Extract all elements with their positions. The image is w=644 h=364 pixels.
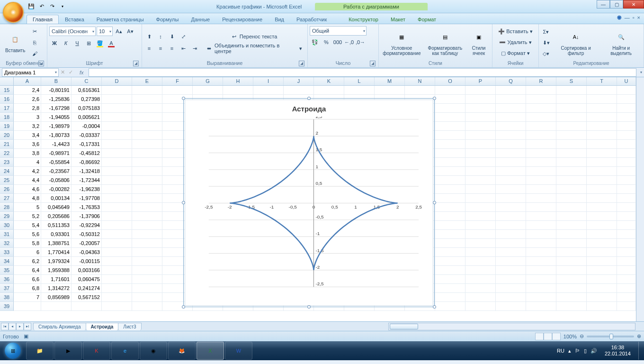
cell[interactable] [435, 95, 465, 104]
cell[interactable] [496, 167, 526, 176]
cell[interactable] [102, 284, 132, 293]
row-header[interactable]: 28 [0, 203, 14, 212]
cell[interactable] [617, 248, 636, 257]
cell[interactable]: 0,511353 [41, 221, 72, 230]
cell[interactable]: 1,959388 [41, 266, 72, 275]
sheet-nav-next-icon[interactable]: ▸ [16, 323, 24, 330]
cell[interactable] [435, 185, 465, 194]
col-header-O[interactable]: O [435, 77, 465, 85]
cell[interactable] [526, 113, 556, 122]
cell[interactable]: 5,8 [14, 239, 41, 248]
sheet-nav-last-icon[interactable]: ▸I [24, 323, 31, 330]
cell[interactable] [617, 95, 636, 104]
cell[interactable] [102, 266, 132, 275]
row-header[interactable]: 35 [0, 266, 14, 275]
cell[interactable] [526, 95, 556, 104]
cancel-formula-icon[interactable]: ✕ [59, 69, 67, 75]
cell[interactable]: -1,94055 [41, 113, 72, 122]
maximize-button[interactable]: ▢ [610, 0, 623, 9]
cell[interactable]: 6,6 [14, 275, 41, 284]
cell[interactable] [526, 194, 556, 203]
cell[interactable] [587, 203, 617, 212]
zoom-slider[interactable] [587, 336, 634, 337]
row-header[interactable]: 16 [0, 95, 14, 104]
cell[interactable] [617, 239, 636, 248]
cell[interactable]: 0,060475 [72, 275, 102, 284]
col-header-D[interactable]: D [102, 77, 132, 85]
qat-more-icon[interactable]: ▾ [58, 2, 67, 11]
cell[interactable] [465, 113, 496, 122]
autosum-icon[interactable]: Σ▾ [541, 27, 551, 37]
task-ie[interactable]: e [111, 342, 139, 360]
cell[interactable] [435, 230, 465, 239]
cell[interactable] [526, 86, 556, 95]
cell-styles-button[interactable]: ▣Стили ячеек [467, 28, 490, 57]
copy-icon[interactable]: ⎘ [29, 37, 40, 48]
doc-minimize-icon[interactable]: — [625, 15, 630, 20]
cell[interactable] [465, 185, 496, 194]
cell[interactable]: -0,45812 [72, 149, 102, 158]
col-header-C[interactable]: C [72, 77, 102, 85]
task-firefox[interactable]: 🦊 [168, 342, 196, 360]
col-header-I[interactable]: I [253, 77, 284, 85]
cell[interactable] [556, 176, 587, 185]
cell[interactable] [435, 239, 465, 248]
cell[interactable]: -0,03337 [72, 131, 102, 140]
cell[interactable] [102, 149, 132, 158]
cell[interactable] [435, 104, 465, 113]
cell[interactable] [14, 302, 41, 311]
underline-button[interactable]: Ч [72, 38, 82, 48]
cell[interactable] [465, 266, 496, 275]
cell[interactable]: 6 [14, 248, 41, 257]
cell[interactable]: -1,72344 [72, 176, 102, 185]
cell[interactable] [435, 86, 465, 95]
decrease-decimal-icon[interactable]: ,0→ [355, 37, 366, 47]
zoom-in-icon[interactable]: ⊕ [637, 333, 641, 339]
cell[interactable] [526, 293, 556, 302]
cell[interactable] [556, 185, 587, 194]
cell[interactable] [102, 176, 132, 185]
cell[interactable] [102, 185, 132, 194]
cell[interactable] [526, 176, 556, 185]
expand-formula-icon[interactable]: ▾ [638, 70, 644, 74]
cell[interactable] [617, 113, 636, 122]
cell[interactable] [435, 302, 465, 311]
cell[interactable] [617, 221, 636, 230]
cell[interactable]: 0,205686 [41, 212, 72, 221]
cell[interactable] [496, 212, 526, 221]
cell[interactable] [102, 122, 132, 131]
tab-Конструктор[interactable]: Конструктор [342, 15, 385, 24]
cell[interactable] [496, 140, 526, 149]
col-header-H[interactable]: H [223, 77, 253, 85]
align-bottom-icon[interactable]: ⬇ [167, 31, 177, 42]
cell[interactable] [132, 239, 162, 248]
cell[interactable] [587, 230, 617, 239]
col-header-U[interactable]: U [617, 77, 636, 85]
cell[interactable] [132, 131, 162, 140]
cell[interactable]: 4,6 [14, 185, 41, 194]
tray-more-icon[interactable]: ▴ [568, 348, 571, 354]
cell[interactable] [496, 257, 526, 266]
cell[interactable] [375, 86, 405, 95]
cell[interactable] [435, 221, 465, 230]
cell[interactable] [496, 266, 526, 275]
cell[interactable] [617, 140, 636, 149]
cell[interactable] [132, 158, 162, 167]
cell[interactable] [102, 239, 132, 248]
cell[interactable] [102, 302, 132, 311]
align-right-icon[interactable]: ≡ [167, 43, 177, 54]
percent-icon[interactable]: % [321, 37, 331, 47]
cell[interactable] [344, 86, 375, 95]
col-header-R[interactable]: R [526, 77, 556, 85]
cell[interactable] [405, 86, 435, 95]
cell[interactable] [587, 194, 617, 203]
cell[interactable] [435, 203, 465, 212]
cell[interactable] [132, 86, 162, 95]
row-header[interactable]: 22 [0, 149, 14, 158]
border-icon[interactable]: ⊞ [83, 38, 94, 48]
show-desktop-button[interactable] [638, 342, 643, 360]
indent-increase-icon[interactable]: ⇥ [189, 43, 200, 54]
cell[interactable] [435, 194, 465, 203]
cell[interactable]: 3,4 [14, 131, 41, 140]
cell[interactable] [435, 149, 465, 158]
